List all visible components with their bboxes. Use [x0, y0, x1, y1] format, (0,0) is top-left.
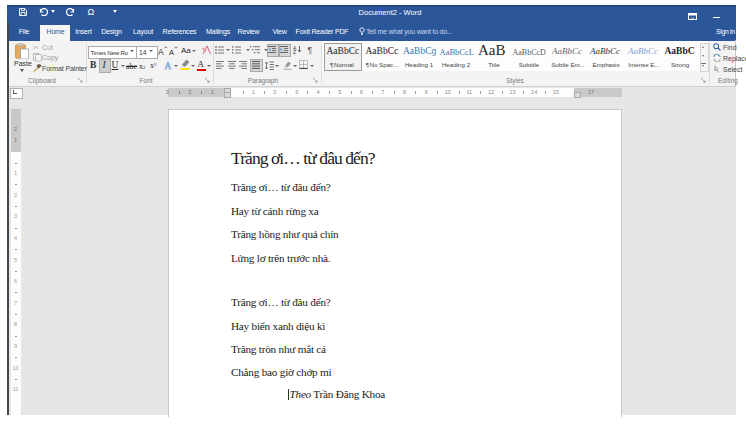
svg-text:A: A	[158, 47, 164, 56]
svg-text:A: A	[169, 48, 174, 56]
svg-text:Z: Z	[293, 49, 296, 54]
